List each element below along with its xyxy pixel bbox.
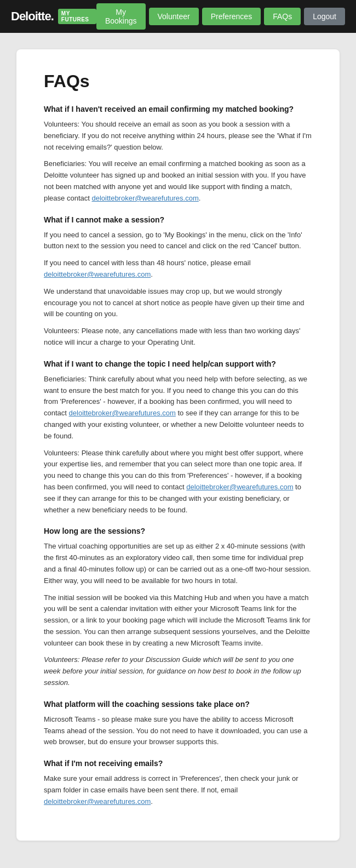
faq-question-6: What if I'm not receiving emails? [44, 759, 312, 768]
faq-section-4: How long are the sessions? The virtual c… [44, 527, 312, 689]
content-card: FAQs What if I haven't received an email… [16, 49, 340, 841]
page-title: FAQs [44, 71, 312, 92]
faq-answer-2b: If you need to cancel with less than 48 … [44, 258, 312, 281]
preferences-button[interactable]: Preferences [202, 8, 261, 25]
faq1-email-link[interactable]: deloittebroker@wearefutures.com [91, 194, 198, 202]
faq-question-4: How long are the sessions? [44, 527, 312, 535]
faq6-email-link[interactable]: deloittebroker@wearefutures.com [44, 797, 151, 806]
my-bookings-button[interactable]: My Bookings [96, 3, 146, 30]
faq-answer-2c: We understand that unavoidable issues ma… [44, 286, 312, 320]
faq-answer-4b: The initial session will be booked via t… [44, 592, 312, 649]
faq-section-5: What platform will the coaching sessions… [44, 700, 312, 748]
faq-section-2: What if I cannot make a session? If you … [44, 215, 312, 349]
footer: Need help? Contact deloittebroker@wearef… [0, 857, 356, 868]
faq-section-1: What if I haven't received an email conf… [44, 105, 312, 204]
faqs-button[interactable]: FAQs [264, 8, 301, 25]
faq-answer-3a: Beneficiaries: Think carefully about wha… [44, 374, 312, 442]
faq-answer-3b: Volunteers: Please think carefully about… [44, 448, 312, 516]
nav-links: My Bookings Volunteer Preferences FAQs L… [96, 3, 345, 30]
main-container: FAQs What if I haven't received an email… [8, 49, 348, 841]
logo-deloitte: Deloitte. [11, 9, 54, 24]
logo: Deloitte. MY FUTURES [11, 9, 96, 24]
faq2-email-link[interactable]: deloittebroker@wearefutures.com [44, 270, 151, 278]
faq3a-email-link[interactable]: deloittebroker@wearefutures.com [69, 409, 176, 417]
faq-question-2: What if I cannot make a session? [44, 215, 312, 224]
faq-answer-1a: Volunteers: You should receive an email … [44, 119, 312, 153]
faq-answer-1b: Beneficiaries: You will receive an email… [44, 158, 312, 204]
volunteer-button[interactable]: Volunteer [149, 8, 199, 25]
faq-question-3: What if I want to change the topic I nee… [44, 359, 312, 368]
faq3b-email-link[interactable]: deloittebroker@wearefutures.com [186, 483, 293, 491]
faq-answer-2a: If you need to cancel a session, go to '… [44, 230, 312, 253]
faq-answer-6a: Make sure your email address is correct … [44, 773, 312, 807]
faq-answer-4a: The virtual coaching opportunities are s… [44, 541, 312, 586]
faq-answer-4c: Volunteers: Please refer to your Discuss… [44, 654, 312, 688]
faq-section-6: What if I'm not receiving emails? Make s… [44, 759, 312, 807]
faq-answer-2d: Volunteers: Please note, any cancellatio… [44, 326, 312, 349]
faq-answer-5a: Microsoft Teams - so please make sure yo… [44, 714, 312, 748]
navbar: Deloitte. MY FUTURES My Bookings Volunte… [0, 0, 356, 33]
logout-button[interactable]: Logout [304, 8, 345, 25]
logo-futures: MY FUTURES [58, 9, 96, 24]
faq-question-1: What if I haven't received an email conf… [44, 105, 312, 113]
faq-question-5: What platform will the coaching sessions… [44, 700, 312, 709]
faq-section-3: What if I want to change the topic I nee… [44, 359, 312, 516]
